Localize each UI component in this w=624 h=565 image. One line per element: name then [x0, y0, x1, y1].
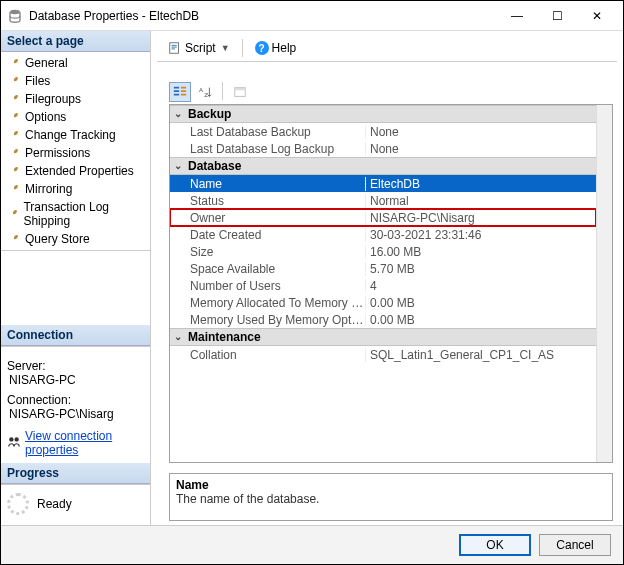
- svg-point-2: [14, 437, 18, 441]
- svg-text:A: A: [199, 86, 204, 93]
- progress-spinner-icon: [7, 493, 29, 515]
- page-item-label: Query Store: [25, 232, 90, 246]
- chevron-down-icon: ⌄: [172, 160, 184, 171]
- property-row[interactable]: Size16.00 MB: [170, 243, 596, 260]
- wrench-icon: [7, 74, 21, 88]
- progress-header: Progress: [1, 463, 150, 484]
- page-item-change-tracking[interactable]: Change Tracking: [1, 126, 150, 144]
- wrench-icon: [7, 128, 21, 142]
- property-name: Status: [170, 194, 366, 208]
- property-row[interactable]: OwnerNISARG-PC\Nisarg: [170, 209, 596, 226]
- category-database[interactable]: ⌄Database: [170, 157, 596, 175]
- property-name: Space Available: [170, 262, 366, 276]
- page-item-transaction-log-shipping[interactable]: Transaction Log Shipping: [1, 198, 150, 230]
- wrench-icon: [7, 110, 21, 124]
- property-value: 0.00 MB: [366, 296, 596, 310]
- property-value: 0.00 MB: [366, 313, 596, 327]
- maximize-button[interactable]: ☐: [537, 2, 577, 30]
- connection-label: Connection:: [7, 393, 144, 407]
- property-name: Size: [170, 245, 366, 259]
- page-item-label: Transaction Log Shipping: [23, 200, 144, 228]
- page-item-options[interactable]: Options: [1, 108, 150, 126]
- svg-rect-13: [235, 88, 246, 91]
- property-value: 4: [366, 279, 596, 293]
- server-label: Server:: [7, 359, 144, 373]
- close-button[interactable]: ✕: [577, 2, 617, 30]
- alphabetical-view-button[interactable]: AZ: [194, 82, 216, 102]
- property-value: None: [366, 142, 596, 156]
- database-icon: [7, 8, 23, 24]
- wrench-icon: [7, 146, 21, 160]
- property-name: Collation: [170, 348, 366, 362]
- dropdown-caret-icon: ▼: [221, 43, 230, 53]
- svg-rect-7: [181, 87, 186, 89]
- select-page-header: Select a page: [1, 31, 150, 52]
- connection-value: NISARG-PC\Nisarg: [9, 407, 144, 421]
- description-name: Name: [176, 478, 606, 492]
- property-row[interactable]: Memory Used By Memory Optimized Objects0…: [170, 311, 596, 328]
- property-value: Normal: [366, 194, 596, 208]
- page-item-extended-properties[interactable]: Extended Properties: [1, 162, 150, 180]
- titlebar: Database Properties - EltechDB — ☐ ✕: [1, 1, 623, 31]
- category-maintenance[interactable]: ⌄Maintenance: [170, 328, 596, 346]
- progress-panel: Ready: [1, 484, 150, 525]
- wrench-icon: [7, 164, 21, 178]
- view-connection-properties-link[interactable]: View connection properties: [25, 429, 144, 457]
- property-name: Last Database Backup: [170, 125, 366, 139]
- page-item-permissions[interactable]: Permissions: [1, 144, 150, 162]
- page-item-label: Permissions: [25, 146, 90, 160]
- chevron-down-icon: ⌄: [172, 331, 184, 342]
- property-row[interactable]: Last Database BackupNone: [170, 123, 596, 140]
- help-button[interactable]: ? Help: [252, 39, 300, 57]
- property-grid[interactable]: ⌄BackupLast Database BackupNoneLast Data…: [170, 105, 596, 462]
- script-button[interactable]: Script ▼: [165, 39, 233, 57]
- svg-rect-8: [181, 90, 186, 92]
- toolbar: Script ▼ ? Help: [157, 35, 617, 62]
- left-panel: Select a page GeneralFilesFilegroupsOpti…: [1, 31, 151, 525]
- property-name: Date Created: [170, 228, 366, 242]
- cancel-button[interactable]: Cancel: [539, 534, 611, 556]
- description-text: The name of the database.: [176, 492, 606, 506]
- scrollbar[interactable]: [596, 105, 612, 462]
- property-pages-button[interactable]: [229, 82, 251, 102]
- dialog-buttons: OK Cancel: [1, 525, 623, 564]
- property-row[interactable]: Space Available5.70 MB: [170, 260, 596, 277]
- minimize-button[interactable]: —: [497, 2, 537, 30]
- page-item-label: Files: [25, 74, 50, 88]
- page-list: GeneralFilesFilegroupsOptionsChange Trac…: [1, 52, 150, 251]
- property-row[interactable]: Number of Users4: [170, 277, 596, 294]
- connection-header: Connection: [1, 325, 150, 346]
- svg-rect-3: [170, 43, 179, 54]
- svg-rect-4: [174, 87, 179, 89]
- property-row[interactable]: StatusNormal: [170, 192, 596, 209]
- connection-properties-icon: [7, 435, 21, 452]
- category-backup[interactable]: ⌄Backup: [170, 105, 596, 123]
- page-item-label: Extended Properties: [25, 164, 134, 178]
- property-name: Owner: [170, 211, 366, 225]
- toolbar-separator: [242, 39, 243, 57]
- page-item-label: General: [25, 56, 68, 70]
- page-item-query-store[interactable]: Query Store: [1, 230, 150, 248]
- property-value: None: [366, 125, 596, 139]
- page-item-mirroring[interactable]: Mirroring: [1, 180, 150, 198]
- property-row[interactable]: Last Database Log BackupNone: [170, 140, 596, 157]
- property-value: 5.70 MB: [366, 262, 596, 276]
- categorized-view-button[interactable]: [169, 82, 191, 102]
- wrench-icon: [7, 56, 21, 70]
- property-row[interactable]: Date Created30-03-2021 23:31:46: [170, 226, 596, 243]
- page-item-label: Mirroring: [25, 182, 72, 196]
- property-value: SQL_Latin1_General_CP1_CI_AS: [366, 348, 596, 362]
- property-row[interactable]: Memory Allocated To Memory Optimized Obj…: [170, 294, 596, 311]
- property-name: Name: [170, 177, 366, 191]
- wrench-icon: [7, 92, 21, 106]
- page-item-general[interactable]: General: [1, 54, 150, 72]
- property-row[interactable]: NameEltechDB: [170, 175, 596, 192]
- page-item-label: Filegroups: [25, 92, 81, 106]
- property-name: Last Database Log Backup: [170, 142, 366, 156]
- page-item-label: Options: [25, 110, 66, 124]
- ok-button[interactable]: OK: [459, 534, 531, 556]
- property-row[interactable]: CollationSQL_Latin1_General_CP1_CI_AS: [170, 346, 596, 363]
- page-item-files[interactable]: Files: [1, 72, 150, 90]
- page-item-filegroups[interactable]: Filegroups: [1, 90, 150, 108]
- category-label: Maintenance: [188, 330, 261, 344]
